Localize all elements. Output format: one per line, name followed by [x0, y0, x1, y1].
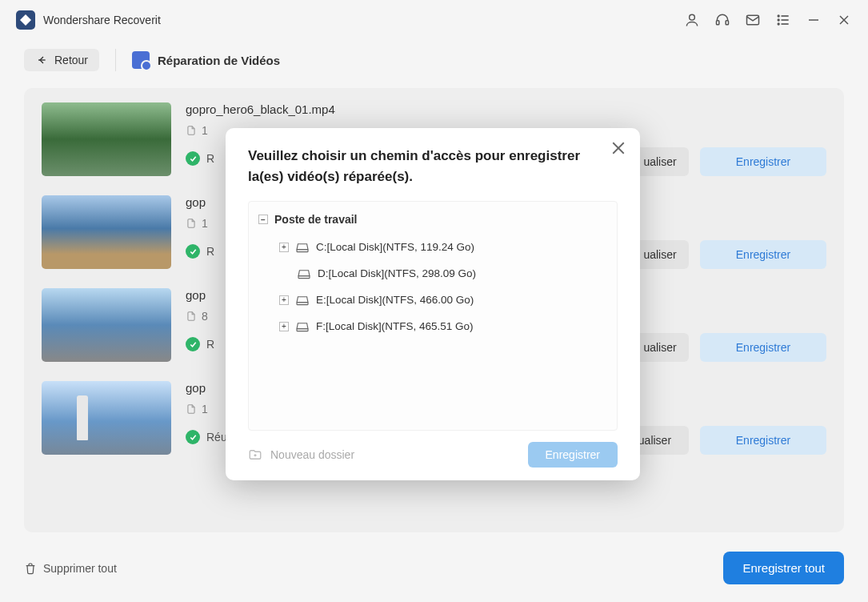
new-folder-button[interactable]: Nouveau dossier: [248, 447, 354, 462]
modal-title: Veuillez choisir un chemin d'accès pour …: [248, 146, 618, 187]
svg-rect-17: [298, 275, 310, 278]
disk-label: C:[Local Disk](NTFS, 119.24 Go): [316, 241, 474, 253]
disk-icon: [297, 268, 311, 279]
svg-rect-19: [297, 328, 308, 331]
close-modal-button[interactable]: [611, 141, 626, 155]
close-icon: [611, 141, 626, 155]
new-folder-icon: [248, 447, 262, 462]
folder-tree[interactable]: − Poste de travail +C:[Local Disk](NTFS,…: [248, 201, 618, 431]
modal-save-button[interactable]: Enregistrer: [528, 442, 618, 468]
tree-root-label: Poste de travail: [274, 213, 358, 226]
disk-label: F:[Local Disk](NTFS, 465.51 Go): [316, 320, 474, 332]
tree-disk-item[interactable]: D:[Local Disk](NTFS, 298.09 Go): [255, 260, 610, 287]
svg-rect-18: [297, 302, 308, 304]
expand-icon[interactable]: +: [279, 243, 289, 252]
disk-label: D:[Local Disk](NTFS, 298.09 Go): [318, 267, 476, 279]
tree-disk-item[interactable]: +C:[Local Disk](NTFS, 119.24 Go): [255, 234, 610, 260]
tree-disk-item[interactable]: +E:[Local Disk](NTFS, 466.00 Go): [255, 287, 610, 313]
disk-icon: [295, 321, 310, 332]
collapse-icon[interactable]: −: [258, 215, 268, 224]
disk-icon: [295, 242, 310, 253]
save-path-modal: Veuillez choisir un chemin d'accès pour …: [226, 128, 640, 480]
expand-icon[interactable]: +: [279, 322, 289, 331]
modal-footer: Nouveau dossier Enregistrer: [248, 431, 618, 468]
tree-disk-item[interactable]: +F:[Local Disk](NTFS, 465.51 Go): [255, 313, 610, 339]
expand-icon[interactable]: +: [279, 295, 289, 305]
svg-rect-16: [297, 249, 308, 251]
new-folder-label: Nouveau dossier: [270, 448, 354, 461]
disk-label: E:[Local Disk](NTFS, 466.00 Go): [316, 294, 474, 306]
tree-root[interactable]: − Poste de travail: [255, 213, 610, 226]
disk-icon: [295, 295, 310, 306]
